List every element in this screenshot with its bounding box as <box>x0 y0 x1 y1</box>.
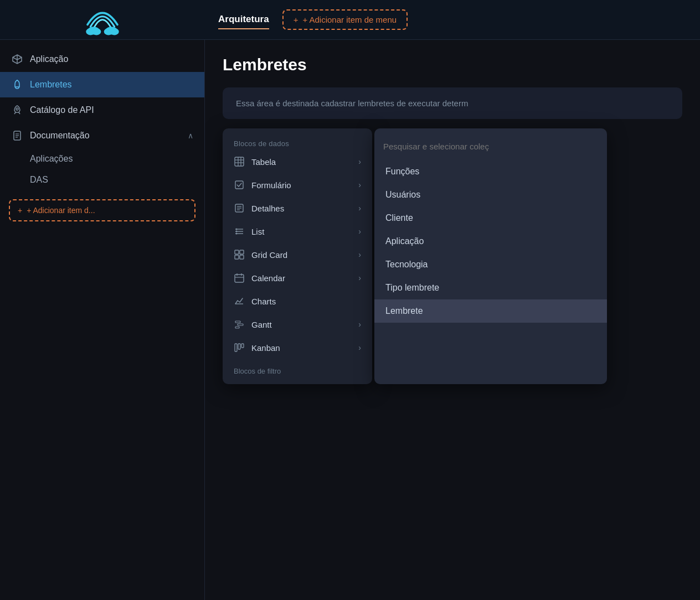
svg-point-25 <box>236 229 238 230</box>
cube-icon <box>11 53 23 65</box>
sidebar-item-das[interactable]: DAS <box>30 169 204 190</box>
info-text: Essa área é destinada cadastrar lembrete… <box>236 99 468 108</box>
svg-point-26 <box>236 231 238 232</box>
chevron-right-icon: › <box>358 204 361 213</box>
svg-rect-30 <box>235 255 239 259</box>
chevron-right-icon: › <box>358 250 361 259</box>
dropdown-item-gantt[interactable]: Gantt › <box>223 313 372 336</box>
chevron-right-icon: › <box>358 343 361 352</box>
sidebar-item-documentacao[interactable]: Documentação ∧ <box>0 123 204 148</box>
chevron-right-icon: › <box>358 227 361 236</box>
svg-rect-41 <box>238 344 240 349</box>
gantt-icon <box>234 319 245 330</box>
form-icon <box>234 179 245 190</box>
collection-item-cliente[interactable]: Cliente <box>374 206 607 230</box>
dropdown-item-charts-label: Charts <box>251 297 276 306</box>
svg-rect-39 <box>235 327 239 328</box>
content-area: Lembretes Essa área é destinada cadastra… <box>205 40 700 600</box>
section-label-blocos-dados: Blocos de dados <box>223 135 372 150</box>
dropdown-item-list-label: List <box>251 227 264 236</box>
sidebar-item-lembretes[interactable]: Lembretes <box>0 72 204 97</box>
svg-point-2 <box>92 28 101 35</box>
rocket-icon <box>11 104 23 116</box>
table-icon <box>234 156 245 167</box>
svg-rect-38 <box>238 324 243 325</box>
dropdown-item-kanban-label: Kanban <box>251 343 280 353</box>
dropdown-container: Blocos de dados Tabela › <box>223 128 607 384</box>
topbar: Arquitetura + + Adicionar item de menu <box>0 0 700 40</box>
bell-icon <box>11 79 23 91</box>
chevron-right-icon: › <box>358 273 361 282</box>
list-icon <box>234 226 245 237</box>
chevron-right-icon: › <box>358 320 361 329</box>
details-icon <box>234 203 245 214</box>
add-sidebar-item-button[interactable]: + + Adicionar item d... <box>9 199 195 221</box>
chevron-right-icon: › <box>358 157 361 166</box>
sidebar-item-label-das: DAS <box>30 175 48 185</box>
collection-item-funcoes[interactable]: Funções <box>374 160 607 183</box>
sidebar-item-label-aplicacao: Aplicação <box>30 54 68 64</box>
dropdown-item-gantt-label: Gantt <box>251 320 272 329</box>
collection-item-tecnologia[interactable]: Tecnologia <box>374 253 607 276</box>
svg-rect-37 <box>235 321 240 323</box>
svg-point-5 <box>110 28 119 35</box>
topbar-nav: Arquitetura + + Adicionar item de menu <box>205 9 700 30</box>
dropdown-item-calendar[interactable]: Calendar › <box>223 266 372 289</box>
svg-point-27 <box>236 233 238 235</box>
collection-item-lembrete[interactable]: Lembrete <box>374 299 607 323</box>
chevron-up-icon: ∧ <box>188 131 193 140</box>
kanban-icon <box>234 342 245 353</box>
sidebar: Aplicação Lembretes Catálo <box>0 40 205 600</box>
dropdown-item-grid-card-label: Grid Card <box>251 250 287 260</box>
svg-rect-29 <box>240 250 244 254</box>
dropdown-item-detalhes[interactable]: Detalhes › <box>223 196 372 220</box>
add-menu-button[interactable]: + + Adicionar item de menu <box>282 9 408 30</box>
collection-item-aplicacao[interactable]: Aplicação <box>374 230 607 253</box>
dropdown-bottom-label: Blocos de filtro <box>223 359 372 377</box>
sidebar-item-aplicacoes[interactable]: Aplicações <box>30 148 204 169</box>
dropdown-item-grid-card[interactable]: Grid Card › <box>223 243 372 266</box>
svg-rect-32 <box>235 275 244 282</box>
topbar-tab-arquitetura[interactable]: Arquitetura <box>218 11 269 29</box>
add-menu-label: + Adicionar item de menu <box>302 15 397 24</box>
svg-rect-31 <box>240 255 244 259</box>
charts-icon <box>234 296 245 307</box>
svg-point-6 <box>17 80 18 81</box>
info-box: Essa área é destinada cadastrar lembrete… <box>223 87 682 119</box>
grid-icon <box>234 249 245 260</box>
svg-rect-12 <box>235 157 244 166</box>
dropdown-item-formulario[interactable]: Formulário › <box>223 173 372 196</box>
svg-point-7 <box>16 108 18 110</box>
sidebar-sub-documentacao: Aplicações DAS <box>0 148 204 190</box>
collection-item-tipo-lembrete[interactable]: Tipo lembrete <box>374 276 607 299</box>
doc-icon <box>11 130 23 142</box>
dropdown-item-tabela[interactable]: Tabela › <box>223 150 372 173</box>
logo-area <box>0 0 205 39</box>
svg-rect-40 <box>235 344 237 351</box>
dropdown-item-charts[interactable]: Charts <box>223 289 372 313</box>
dropdown-item-tabela-label: Tabela <box>251 157 276 167</box>
dropdown-item-kanban[interactable]: Kanban › <box>223 336 372 359</box>
collection-search-input[interactable] <box>383 139 598 153</box>
svg-rect-42 <box>241 344 244 348</box>
sidebar-item-catalogo-api[interactable]: Catálogo de API <box>0 97 204 123</box>
sidebar-item-aplicacao[interactable]: Aplicação <box>0 46 204 72</box>
sidebar-item-label-aplicacoes: Aplicações <box>30 154 73 164</box>
sidebar-item-label-lembretes: Lembretes <box>30 80 72 90</box>
chevron-right-icon: › <box>358 180 361 189</box>
sidebar-item-label-documentacao: Documentação <box>30 131 90 141</box>
dropdown-item-formulario-label: Formulário <box>251 180 291 190</box>
calendar-icon <box>234 272 245 283</box>
dropdown-item-detalhes-label: Detalhes <box>251 204 284 213</box>
add-item-label: + Adicionar item d... <box>27 206 95 215</box>
dropdown-item-calendar-label: Calendar <box>251 273 285 283</box>
collection-item-usuarios[interactable]: Usuários <box>374 183 607 206</box>
page-title: Lembretes <box>223 55 682 74</box>
block-type-panel: Blocos de dados Tabela › <box>223 128 372 384</box>
plus-icon: + <box>294 15 298 24</box>
dropdown-item-list[interactable]: List › <box>223 220 372 243</box>
svg-rect-28 <box>235 250 239 254</box>
main-layout: Aplicação Lembretes Catálo <box>0 40 700 600</box>
collection-panel: Funções Usuários Cliente Aplicação Tecno… <box>374 128 607 384</box>
sidebar-item-label-catalogo: Catálogo de API <box>30 105 94 115</box>
